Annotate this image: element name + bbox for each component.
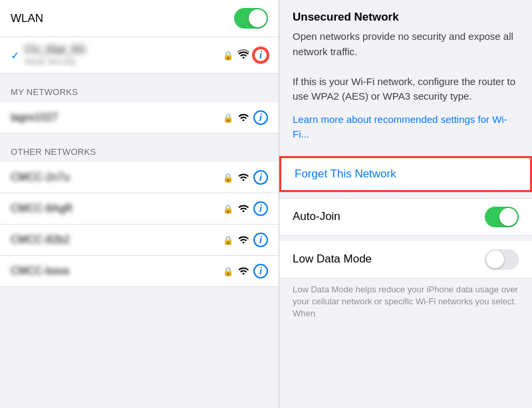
other-network-icons-0: 🔒 i — [223, 170, 268, 185]
other-network-info-button-1[interactable]: i — [253, 201, 268, 216]
forget-network-row[interactable]: Forget This Network — [279, 156, 532, 192]
wlan-row: WLAN — [0, 0, 279, 37]
low-data-description: Low Data Mode helps reduce your iPhone d… — [279, 278, 532, 328]
connected-network-icons: 🔒 i — [223, 48, 268, 62]
lock-icon-my1: 🔒 — [223, 113, 233, 123]
low-data-toggle[interactable] — [485, 249, 519, 270]
connected-network-info: CU_iGpt_5G Weak Security — [25, 44, 223, 66]
section-divider — [279, 236, 532, 241]
my-network-info-button-1[interactable]: i — [253, 110, 268, 125]
settings-section: Auto-Join Low Data Mode — [279, 198, 532, 278]
wifi-icon-other2 — [237, 234, 249, 246]
other-network-name-1: CMCC-8AgR — [11, 203, 223, 215]
connected-network-row[interactable]: ✓ CU_iGpt_5G Weak Security 🔒 i — [0, 37, 279, 74]
other-network-row-0[interactable]: CMCC-2n7u 🔒 i — [0, 162, 279, 193]
auto-join-label: Auto-Join — [293, 210, 340, 223]
connected-network-sub: Weak Security — [25, 57, 223, 66]
wifi-icon-other0 — [237, 171, 249, 183]
forget-section: Forget This Network — [279, 155, 532, 193]
my-network-row-1[interactable]: lagre1027 🔒 i — [0, 102, 279, 134]
other-networks-header: OTHER NETWORKS — [0, 134, 279, 162]
unsecured-body-1: Open networks provide no security and ex… — [293, 31, 513, 57]
other-network-name-3: CMCC-bova — [11, 265, 223, 277]
other-network-row-3[interactable]: CMCC-bova 🔒 i — [0, 256, 279, 287]
my-networks-list: lagre1027 🔒 i — [0, 102, 279, 134]
other-network-name-0: CMCC-2n7u — [11, 171, 223, 183]
other-network-icons-2: 🔒 i — [223, 233, 268, 247]
unsecured-title: Unsecured Network — [293, 11, 519, 24]
my-network-icons-1: 🔒 i — [223, 110, 268, 125]
other-network-row-1[interactable]: CMCC-8AgR 🔒 i — [0, 193, 279, 225]
wifi-icon-other1 — [237, 203, 249, 215]
my-network-name-1: lagre1027 — [11, 112, 223, 124]
lock-icon-other2: 🔒 — [223, 235, 233, 245]
auto-join-row: Auto-Join — [279, 199, 532, 236]
connected-info-button[interactable]: i — [253, 48, 268, 62]
unsecured-body-2: If this is your Wi-Fi network, configure… — [293, 76, 515, 102]
lock-icon-other3: 🔒 — [223, 266, 233, 276]
wifi-icon-my1 — [237, 112, 249, 124]
low-data-label: Low Data Mode — [293, 253, 372, 266]
unsecured-body: Open networks provide no security and ex… — [293, 29, 519, 104]
unsecured-section: Unsecured Network Open networks provide … — [279, 0, 532, 155]
other-networks-list: CMCC-2n7u 🔒 i CMCC-8AgR 🔒 — [0, 162, 279, 287]
other-network-icons-1: 🔒 i — [223, 201, 268, 216]
connected-network-name: CU_iGpt_5G — [25, 44, 223, 56]
other-network-icons-3: 🔒 i — [223, 264, 268, 278]
other-network-row-2[interactable]: CMCC-82b2 🔒 i — [0, 225, 279, 256]
my-networks-header: MY NETWORKS — [0, 74, 279, 102]
left-panel: WLAN ✓ CU_iGpt_5G Weak Security 🔒 i MY N… — [0, 0, 279, 408]
right-panel: Unsecured Network Open networks provide … — [279, 0, 532, 408]
lock-icon: 🔒 — [223, 51, 233, 60]
other-network-info-button-3[interactable]: i — [253, 264, 268, 278]
checkmark-icon: ✓ — [11, 49, 19, 62]
lock-icon-other1: 🔒 — [223, 204, 233, 214]
learn-more-link[interactable]: Learn more about recommended settings fo… — [293, 112, 519, 145]
low-data-row: Low Data Mode — [279, 241, 532, 278]
auto-join-toggle[interactable] — [485, 207, 519, 227]
forget-network-button[interactable]: Forget This Network — [295, 167, 396, 180]
wifi-icon — [237, 49, 249, 61]
wlan-toggle[interactable] — [234, 8, 268, 29]
other-network-name-2: CMCC-82b2 — [11, 234, 223, 246]
lock-icon-other0: 🔒 — [223, 173, 233, 183]
other-network-info-button-0[interactable]: i — [253, 170, 268, 185]
wlan-label: WLAN — [11, 12, 43, 25]
other-network-info-button-2[interactable]: i — [253, 233, 268, 247]
wifi-icon-other3 — [237, 265, 249, 277]
